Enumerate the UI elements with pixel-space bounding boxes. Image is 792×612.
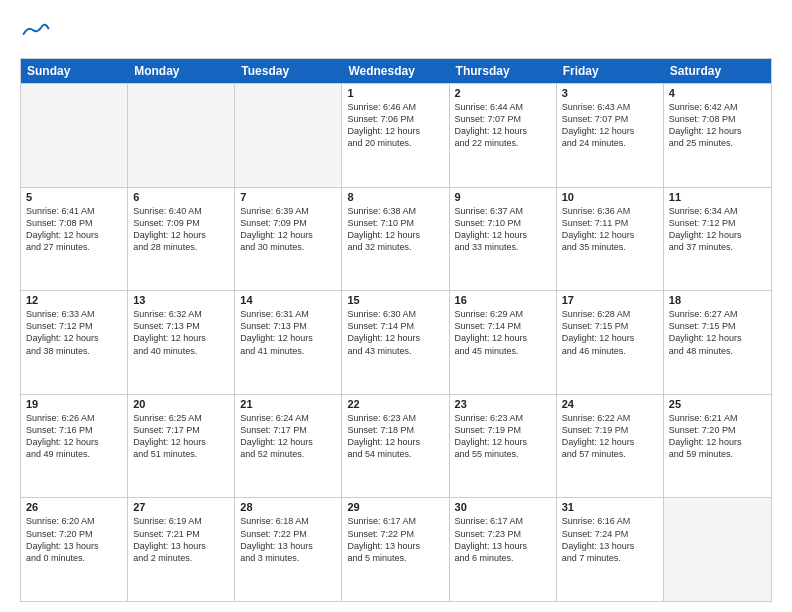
cell-info-text: Sunrise: 6:17 AM Sunset: 7:23 PM Dayligh… bbox=[455, 515, 551, 564]
header bbox=[20, 16, 772, 48]
page: SundayMondayTuesdayWednesdayThursdayFrid… bbox=[0, 0, 792, 612]
cell-info-text: Sunrise: 6:29 AM Sunset: 7:14 PM Dayligh… bbox=[455, 308, 551, 357]
cell-day-number: 5 bbox=[26, 191, 122, 203]
cal-cell-r5c1: 26Sunrise: 6:20 AM Sunset: 7:20 PM Dayli… bbox=[21, 498, 128, 601]
cell-info-text: Sunrise: 6:17 AM Sunset: 7:22 PM Dayligh… bbox=[347, 515, 443, 564]
cell-info-text: Sunrise: 6:38 AM Sunset: 7:10 PM Dayligh… bbox=[347, 205, 443, 254]
cal-cell-r2c2: 6Sunrise: 6:40 AM Sunset: 7:09 PM Daylig… bbox=[128, 188, 235, 291]
cell-day-number: 4 bbox=[669, 87, 766, 99]
calendar-body: 1Sunrise: 6:46 AM Sunset: 7:06 PM Daylig… bbox=[21, 83, 771, 601]
cell-info-text: Sunrise: 6:27 AM Sunset: 7:15 PM Dayligh… bbox=[669, 308, 766, 357]
cell-info-text: Sunrise: 6:33 AM Sunset: 7:12 PM Dayligh… bbox=[26, 308, 122, 357]
cal-cell-r1c5: 2Sunrise: 6:44 AM Sunset: 7:07 PM Daylig… bbox=[450, 84, 557, 187]
cal-cell-r1c7: 4Sunrise: 6:42 AM Sunset: 7:08 PM Daylig… bbox=[664, 84, 771, 187]
cal-cell-r3c4: 15Sunrise: 6:30 AM Sunset: 7:14 PM Dayli… bbox=[342, 291, 449, 394]
cal-cell-r1c3 bbox=[235, 84, 342, 187]
cal-cell-r4c1: 19Sunrise: 6:26 AM Sunset: 7:16 PM Dayli… bbox=[21, 395, 128, 498]
cell-day-number: 27 bbox=[133, 501, 229, 513]
weekday-header-saturday: Saturday bbox=[664, 59, 771, 83]
cell-day-number: 7 bbox=[240, 191, 336, 203]
cell-info-text: Sunrise: 6:30 AM Sunset: 7:14 PM Dayligh… bbox=[347, 308, 443, 357]
logo-wave-icon bbox=[22, 16, 50, 44]
cal-cell-r3c1: 12Sunrise: 6:33 AM Sunset: 7:12 PM Dayli… bbox=[21, 291, 128, 394]
cell-day-number: 10 bbox=[562, 191, 658, 203]
cell-day-number: 14 bbox=[240, 294, 336, 306]
cal-cell-r5c6: 31Sunrise: 6:16 AM Sunset: 7:24 PM Dayli… bbox=[557, 498, 664, 601]
cell-info-text: Sunrise: 6:46 AM Sunset: 7:06 PM Dayligh… bbox=[347, 101, 443, 150]
cal-cell-r5c4: 29Sunrise: 6:17 AM Sunset: 7:22 PM Dayli… bbox=[342, 498, 449, 601]
cell-day-number: 15 bbox=[347, 294, 443, 306]
cell-day-number: 23 bbox=[455, 398, 551, 410]
cell-info-text: Sunrise: 6:24 AM Sunset: 7:17 PM Dayligh… bbox=[240, 412, 336, 461]
cal-cell-r3c2: 13Sunrise: 6:32 AM Sunset: 7:13 PM Dayli… bbox=[128, 291, 235, 394]
cal-cell-r4c2: 20Sunrise: 6:25 AM Sunset: 7:17 PM Dayli… bbox=[128, 395, 235, 498]
cell-day-number: 28 bbox=[240, 501, 336, 513]
cell-day-number: 20 bbox=[133, 398, 229, 410]
cell-day-number: 30 bbox=[455, 501, 551, 513]
calendar-row-3: 12Sunrise: 6:33 AM Sunset: 7:12 PM Dayli… bbox=[21, 290, 771, 394]
cell-day-number: 6 bbox=[133, 191, 229, 203]
calendar-row-4: 19Sunrise: 6:26 AM Sunset: 7:16 PM Dayli… bbox=[21, 394, 771, 498]
cal-cell-r1c6: 3Sunrise: 6:43 AM Sunset: 7:07 PM Daylig… bbox=[557, 84, 664, 187]
cell-day-number: 8 bbox=[347, 191, 443, 203]
cal-cell-r5c7 bbox=[664, 498, 771, 601]
cell-info-text: Sunrise: 6:39 AM Sunset: 7:09 PM Dayligh… bbox=[240, 205, 336, 254]
cell-day-number: 9 bbox=[455, 191, 551, 203]
cell-day-number: 29 bbox=[347, 501, 443, 513]
logo bbox=[20, 16, 50, 48]
cell-info-text: Sunrise: 6:44 AM Sunset: 7:07 PM Dayligh… bbox=[455, 101, 551, 150]
calendar: SundayMondayTuesdayWednesdayThursdayFrid… bbox=[20, 58, 772, 602]
cal-cell-r4c6: 24Sunrise: 6:22 AM Sunset: 7:19 PM Dayli… bbox=[557, 395, 664, 498]
cell-info-text: Sunrise: 6:31 AM Sunset: 7:13 PM Dayligh… bbox=[240, 308, 336, 357]
cell-info-text: Sunrise: 6:20 AM Sunset: 7:20 PM Dayligh… bbox=[26, 515, 122, 564]
cell-day-number: 18 bbox=[669, 294, 766, 306]
weekday-header-friday: Friday bbox=[557, 59, 664, 83]
cell-day-number: 17 bbox=[562, 294, 658, 306]
cal-cell-r4c7: 25Sunrise: 6:21 AM Sunset: 7:20 PM Dayli… bbox=[664, 395, 771, 498]
cal-cell-r2c5: 9Sunrise: 6:37 AM Sunset: 7:10 PM Daylig… bbox=[450, 188, 557, 291]
cell-info-text: Sunrise: 6:28 AM Sunset: 7:15 PM Dayligh… bbox=[562, 308, 658, 357]
cell-info-text: Sunrise: 6:42 AM Sunset: 7:08 PM Dayligh… bbox=[669, 101, 766, 150]
cell-info-text: Sunrise: 6:23 AM Sunset: 7:18 PM Dayligh… bbox=[347, 412, 443, 461]
cell-day-number: 1 bbox=[347, 87, 443, 99]
cell-info-text: Sunrise: 6:40 AM Sunset: 7:09 PM Dayligh… bbox=[133, 205, 229, 254]
cell-info-text: Sunrise: 6:23 AM Sunset: 7:19 PM Dayligh… bbox=[455, 412, 551, 461]
weekday-header-thursday: Thursday bbox=[450, 59, 557, 83]
cal-cell-r2c4: 8Sunrise: 6:38 AM Sunset: 7:10 PM Daylig… bbox=[342, 188, 449, 291]
cal-cell-r1c1 bbox=[21, 84, 128, 187]
cell-info-text: Sunrise: 6:36 AM Sunset: 7:11 PM Dayligh… bbox=[562, 205, 658, 254]
cell-day-number: 11 bbox=[669, 191, 766, 203]
cell-day-number: 22 bbox=[347, 398, 443, 410]
cal-cell-r2c1: 5Sunrise: 6:41 AM Sunset: 7:08 PM Daylig… bbox=[21, 188, 128, 291]
cell-day-number: 24 bbox=[562, 398, 658, 410]
cal-cell-r4c4: 22Sunrise: 6:23 AM Sunset: 7:18 PM Dayli… bbox=[342, 395, 449, 498]
cell-day-number: 16 bbox=[455, 294, 551, 306]
cell-day-number: 21 bbox=[240, 398, 336, 410]
cal-cell-r5c3: 28Sunrise: 6:18 AM Sunset: 7:22 PM Dayli… bbox=[235, 498, 342, 601]
cal-cell-r5c2: 27Sunrise: 6:19 AM Sunset: 7:21 PM Dayli… bbox=[128, 498, 235, 601]
cell-info-text: Sunrise: 6:43 AM Sunset: 7:07 PM Dayligh… bbox=[562, 101, 658, 150]
cell-info-text: Sunrise: 6:18 AM Sunset: 7:22 PM Dayligh… bbox=[240, 515, 336, 564]
cell-info-text: Sunrise: 6:32 AM Sunset: 7:13 PM Dayligh… bbox=[133, 308, 229, 357]
cal-cell-r1c4: 1Sunrise: 6:46 AM Sunset: 7:06 PM Daylig… bbox=[342, 84, 449, 187]
cal-cell-r2c3: 7Sunrise: 6:39 AM Sunset: 7:09 PM Daylig… bbox=[235, 188, 342, 291]
cal-cell-r3c6: 17Sunrise: 6:28 AM Sunset: 7:15 PM Dayli… bbox=[557, 291, 664, 394]
calendar-row-2: 5Sunrise: 6:41 AM Sunset: 7:08 PM Daylig… bbox=[21, 187, 771, 291]
weekday-header-tuesday: Tuesday bbox=[235, 59, 342, 83]
cell-day-number: 2 bbox=[455, 87, 551, 99]
weekday-header-wednesday: Wednesday bbox=[342, 59, 449, 83]
cal-cell-r5c5: 30Sunrise: 6:17 AM Sunset: 7:23 PM Dayli… bbox=[450, 498, 557, 601]
cell-info-text: Sunrise: 6:41 AM Sunset: 7:08 PM Dayligh… bbox=[26, 205, 122, 254]
cal-cell-r4c3: 21Sunrise: 6:24 AM Sunset: 7:17 PM Dayli… bbox=[235, 395, 342, 498]
cell-info-text: Sunrise: 6:34 AM Sunset: 7:12 PM Dayligh… bbox=[669, 205, 766, 254]
cal-cell-r3c5: 16Sunrise: 6:29 AM Sunset: 7:14 PM Dayli… bbox=[450, 291, 557, 394]
weekday-header-monday: Monday bbox=[128, 59, 235, 83]
cell-day-number: 3 bbox=[562, 87, 658, 99]
cell-day-number: 26 bbox=[26, 501, 122, 513]
cell-day-number: 25 bbox=[669, 398, 766, 410]
calendar-header: SundayMondayTuesdayWednesdayThursdayFrid… bbox=[21, 59, 771, 83]
cell-day-number: 13 bbox=[133, 294, 229, 306]
cal-cell-r4c5: 23Sunrise: 6:23 AM Sunset: 7:19 PM Dayli… bbox=[450, 395, 557, 498]
cell-info-text: Sunrise: 6:16 AM Sunset: 7:24 PM Dayligh… bbox=[562, 515, 658, 564]
cell-info-text: Sunrise: 6:37 AM Sunset: 7:10 PM Dayligh… bbox=[455, 205, 551, 254]
